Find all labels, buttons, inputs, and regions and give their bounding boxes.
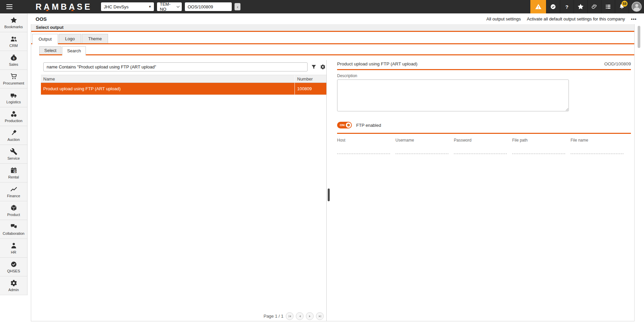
search-input[interactable] <box>43 62 308 71</box>
sidebar-item-admin[interactable]: Admin <box>0 276 27 295</box>
description-textarea[interactable] <box>337 79 569 111</box>
toggle-knob <box>346 122 351 128</box>
truck-icon <box>10 92 17 99</box>
help-button[interactable]: ? <box>560 0 574 13</box>
all-output-settings-link[interactable]: All output settings <box>486 16 521 21</box>
detail-title: Product upload using FTP (ART upload) <box>337 61 417 66</box>
sidebar-item-label: Service <box>7 156 20 160</box>
list-icon <box>605 3 611 10</box>
sidebar-item-bookmarks[interactable]: Bookmarks <box>0 13 27 32</box>
sidebar-item-hr[interactable]: HR <box>0 239 27 258</box>
back-button[interactable]: ‹ <box>234 3 240 10</box>
file-path-input[interactable] <box>512 150 565 154</box>
scrollbar-thumb[interactable] <box>638 26 640 48</box>
password-input[interactable] <box>454 150 507 154</box>
description-label: Description <box>337 73 631 78</box>
column-header-name[interactable]: Name <box>41 76 294 82</box>
avatar <box>632 2 642 12</box>
sidebar-item-label: Procurement <box>3 81 24 85</box>
field-label: File path <box>512 138 571 143</box>
search-settings-button[interactable] <box>320 64 326 70</box>
sidebar-item-auction[interactable]: Auction <box>0 126 27 145</box>
more-options-icon[interactable]: ••• <box>631 16 637 21</box>
sidebar-item-label: Product <box>7 213 20 217</box>
sidebar-item-finance[interactable]: Finance <box>0 182 27 201</box>
sidebar-item-rental[interactable]: $ Rental <box>0 164 27 182</box>
sidebar-item-crm[interactable]: CRM <box>0 32 27 51</box>
favorites-button[interactable] <box>574 0 587 13</box>
notifications-button[interactable]: 59 <box>615 0 629 13</box>
tab-select[interactable]: Select <box>39 46 61 54</box>
warning-button[interactable] <box>530 0 546 13</box>
table-row[interactable]: Product upload using FTP (ART upload) 10… <box>41 83 326 95</box>
first-page-button[interactable] <box>286 312 293 320</box>
sidebar-item-procurement[interactable]: Procurement <box>0 70 27 89</box>
next-page-button[interactable] <box>306 312 314 320</box>
tab-search[interactable]: Search <box>62 46 86 55</box>
sidebar-item-sales[interactable]: $ Sales <box>0 51 27 70</box>
tab-logo[interactable]: Logo <box>59 34 81 43</box>
caret-down-icon: ▼ <box>149 5 152 8</box>
gear-icon <box>320 64 326 70</box>
section-title: Select output <box>31 24 634 32</box>
sidebar-item-label: Admin <box>8 288 19 292</box>
file-name-input[interactable] <box>571 150 624 154</box>
sidebar-item-label: HR <box>11 250 16 254</box>
tab-theme[interactable]: Theme <box>82 34 108 43</box>
sidebar-item-qhses[interactable]: QHSES <box>0 258 27 276</box>
sub-tab-bar: Select Search <box>39 46 634 55</box>
sidebar-item-production[interactable]: Production <box>0 107 27 126</box>
ftp-field-host: Host <box>337 138 395 154</box>
program-id-field <box>184 2 232 11</box>
column-header-number[interactable]: Number <box>294 75 326 83</box>
task-list-button[interactable] <box>601 0 615 13</box>
sidebar-item-label: Collaboration <box>3 231 24 235</box>
row-number-cell: 100809 <box>294 83 326 95</box>
filter-button[interactable] <box>311 64 317 70</box>
program-id-input[interactable] <box>187 4 229 9</box>
results-table: Name Number Product upload using FTP (AR… <box>41 75 326 95</box>
last-page-button[interactable] <box>316 312 324 320</box>
ftp-toggle-row: ON FTP enabled <box>337 122 631 128</box>
paperclip-icon <box>591 3 598 10</box>
hamburger-menu-icon[interactable] <box>0 0 19 13</box>
sidebar-item-service[interactable]: Service <box>0 145 27 164</box>
warning-icon <box>535 3 542 10</box>
approval-button[interactable] <box>546 0 560 13</box>
environment-select[interactable]: JHC DevSys ▼ <box>101 2 154 11</box>
sidebar-item-label: CRM <box>9 44 18 48</box>
sidebar-item-logistics[interactable]: Logistics <box>0 89 27 107</box>
environment-select-value: JHC DevSys <box>104 4 128 9</box>
ftp-field-filename: File name <box>571 138 629 154</box>
activate-defaults-link[interactable]: Activate all default output settings for… <box>527 16 625 21</box>
sidebar-item-label: Production <box>5 119 22 123</box>
host-input[interactable] <box>337 150 390 154</box>
star-icon <box>577 3 584 10</box>
svg-text:$: $ <box>13 57 14 60</box>
panel-splitter[interactable] <box>328 189 330 201</box>
company-select-value: TEM-NO <box>160 2 175 12</box>
sidebar-item-label: Finance <box>7 194 20 198</box>
wrench-icon <box>10 148 17 155</box>
ftp-field-filepath: File path <box>512 138 571 154</box>
user-menu-button[interactable] <box>629 0 644 13</box>
output-tab-content: Select Search Name Number <box>31 46 634 322</box>
ftp-enabled-toggle[interactable]: ON <box>337 122 352 128</box>
company-select[interactable]: TEM-NO <box>157 2 182 11</box>
sidebar-item-collaboration[interactable]: Collaboration <box>0 220 27 239</box>
money-bag-icon: $ <box>10 54 17 61</box>
previous-page-button[interactable] <box>296 312 304 320</box>
ftp-fields: Host Username Password File path <box>337 138 631 154</box>
attachments-button[interactable] <box>587 0 601 13</box>
sidebar-item-label: QHSES <box>7 269 20 273</box>
field-label: Username <box>395 138 454 143</box>
pagination: Page 1 / 1 <box>264 312 324 320</box>
next-page-icon <box>308 315 312 318</box>
page-label: Page 1 / 1 <box>264 314 283 319</box>
tab-output[interactable]: Output <box>32 34 58 44</box>
header-actions: All output settings Activate all default… <box>486 16 637 21</box>
username-input[interactable] <box>395 150 448 154</box>
select-output-section: Select output Output Logo Theme Select S… <box>31 24 635 321</box>
sidebar-item-product[interactable]: Product <box>0 201 27 220</box>
ftp-enabled-label: FTP enabled <box>356 123 381 128</box>
